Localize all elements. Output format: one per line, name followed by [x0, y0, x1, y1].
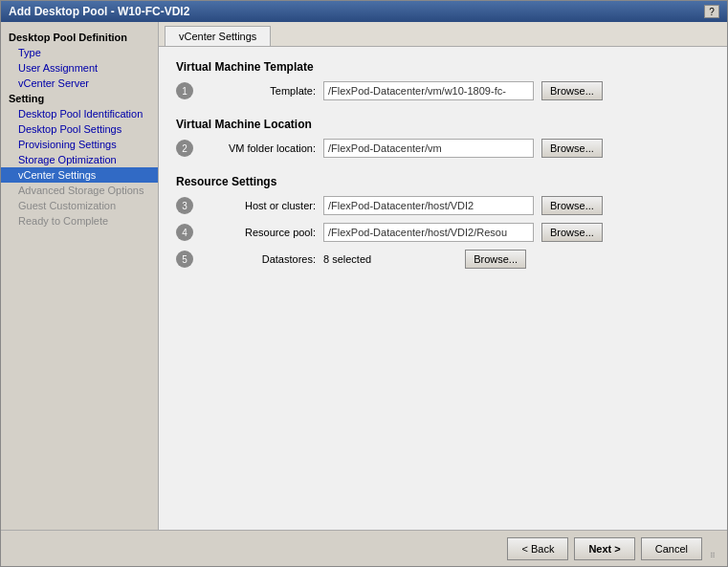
sidebar-item-guest-customization: Guest Customization: [1, 198, 158, 213]
host-cluster-row: 3 Host or cluster: Browse...: [176, 196, 710, 215]
resource-pool-label: Resource pool:: [201, 227, 316, 238]
sidebar-item-storage-optimization[interactable]: Storage Optimization: [1, 152, 158, 167]
sidebar-item-vcenter-settings[interactable]: vCenter Settings: [1, 167, 158, 183]
step-4-circle: 4: [176, 224, 193, 241]
sidebar-section-definition: Desktop Pool Definition: [1, 30, 158, 45]
main-panel: vCenter Settings Virtual Machine Templat…: [159, 22, 727, 530]
section-title-template: Virtual Machine Template: [176, 60, 710, 74]
sidebar: Desktop Pool Definition Type User Assign…: [1, 22, 159, 530]
next-button[interactable]: Next >: [574, 537, 634, 560]
vm-folder-label: VM folder location:: [201, 142, 316, 154]
sidebar-item-pool-identification[interactable]: Desktop Pool Identification: [1, 106, 158, 121]
resize-handle: ⠿: [708, 552, 717, 560]
datastores-row: 5 Datastores: 8 selected Browse...: [176, 250, 710, 269]
step-1-circle: 1: [176, 82, 193, 99]
tab-header: vCenter Settings: [159, 22, 727, 47]
template-label: Template:: [201, 85, 316, 97]
footer: < Back Next > Cancel ⠿: [1, 530, 727, 566]
template-browse-button[interactable]: Browse...: [541, 81, 603, 100]
sidebar-item-ready-to-complete: Ready to Complete: [1, 213, 158, 229]
template-input[interactable]: [323, 81, 534, 100]
window-title: Add Desktop Pool - W10-FC-VDI2: [9, 5, 189, 18]
vm-folder-input[interactable]: [323, 139, 534, 158]
back-button[interactable]: < Back: [507, 537, 568, 560]
sidebar-item-vcenter-server[interactable]: vCenter Server: [1, 76, 158, 91]
title-bar: Add Desktop Pool - W10-FC-VDI2 ?: [1, 1, 727, 22]
host-cluster-browse-button[interactable]: Browse...: [541, 196, 603, 215]
form-area: Virtual Machine Template 1 Template: Bro…: [159, 47, 727, 530]
sidebar-item-advanced-storage: Advanced Storage Options: [1, 183, 158, 198]
section-title-resources: Resource Settings: [176, 175, 710, 188]
sidebar-item-pool-settings[interactable]: Desktop Pool Settings: [1, 121, 158, 137]
datastores-label: Datastores:: [201, 253, 316, 265]
resource-pool-input[interactable]: [323, 223, 534, 242]
sidebar-section-setting: Setting: [1, 91, 158, 106]
step-2-circle: 2: [176, 140, 193, 157]
resource-pool-browse-button[interactable]: Browse...: [541, 223, 603, 242]
help-button[interactable]: ?: [704, 5, 719, 18]
resource-pool-row: 4 Resource pool: Browse...: [176, 223, 710, 242]
sidebar-item-type[interactable]: Type: [1, 45, 158, 60]
vm-folder-browse-button[interactable]: Browse...: [541, 139, 603, 158]
sidebar-item-provisioning-settings[interactable]: Provisioning Settings: [1, 137, 158, 152]
step-3-circle: 3: [176, 197, 193, 214]
step-5-circle: 5: [176, 251, 193, 268]
host-cluster-label: Host or cluster:: [201, 200, 316, 211]
template-row: 1 Template: Browse...: [176, 81, 710, 100]
host-cluster-input[interactable]: [323, 196, 534, 215]
datastores-value: 8 selected: [323, 253, 371, 265]
cancel-button[interactable]: Cancel: [641, 537, 702, 560]
content-area: Desktop Pool Definition Type User Assign…: [1, 22, 727, 530]
main-window: Add Desktop Pool - W10-FC-VDI2 ? Desktop…: [0, 0, 728, 567]
datastores-browse-button[interactable]: Browse...: [465, 250, 526, 269]
tab-vcenter-settings[interactable]: vCenter Settings: [165, 26, 271, 46]
vm-folder-row: 2 VM folder location: Browse...: [176, 139, 710, 158]
section-title-location: Virtual Machine Location: [176, 118, 710, 131]
sidebar-item-user-assignment[interactable]: User Assignment: [1, 60, 158, 76]
